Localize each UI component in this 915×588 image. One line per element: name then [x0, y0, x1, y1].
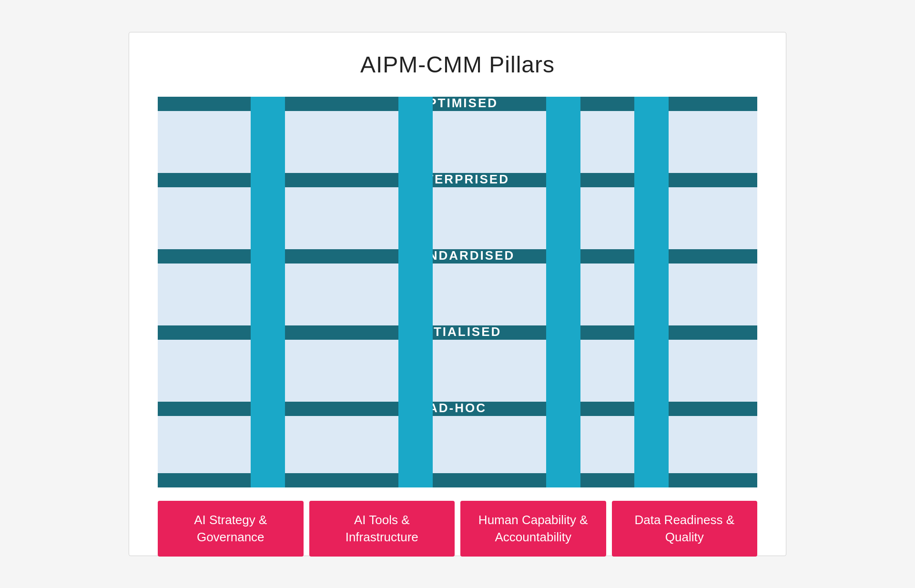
- svg-rect-5: [158, 402, 757, 416]
- category-ai-tools-text: AI Tools &Infrastructure: [346, 511, 418, 546]
- category-ai-tools: AI Tools &Infrastructure: [309, 501, 455, 557]
- category-human-capability-text: Human Capability &Accountability: [478, 511, 588, 546]
- svg-rect-3: [158, 249, 757, 264]
- category-data-readiness: Data Readiness &Quality: [612, 501, 758, 557]
- svg-rect-6: [158, 473, 757, 487]
- category-human-capability: Human Capability &Accountability: [460, 501, 606, 557]
- svg-rect-1: [158, 97, 757, 111]
- svg-rect-2: [158, 173, 757, 187]
- grid-container: OPTIMISED ENTERPRISED STANDARDISED INITI…: [158, 97, 757, 487]
- category-ai-strategy-text: AI Strategy &Governance: [194, 511, 267, 546]
- page-title: AIPM-CMM Pillars: [360, 51, 555, 78]
- category-data-readiness-text: Data Readiness &Quality: [634, 511, 734, 546]
- diagram-area: OPTIMISED ENTERPRISED STANDARDISED INITI…: [158, 97, 757, 557]
- category-ai-strategy: AI Strategy &Governance: [158, 501, 304, 557]
- main-card: AIPM-CMM Pillars: [129, 32, 786, 556]
- svg-rect-4: [158, 325, 757, 340]
- bands-svg: [158, 97, 757, 487]
- categories-row: AI Strategy &Governance AI Tools &Infras…: [158, 501, 757, 557]
- svg-rect-0: [158, 97, 757, 487]
